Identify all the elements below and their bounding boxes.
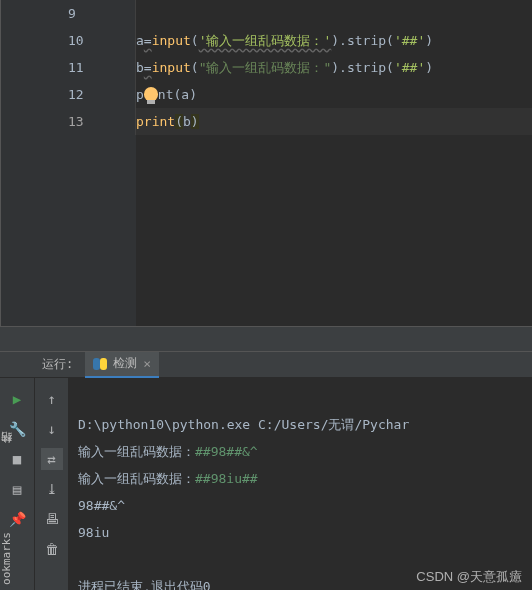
watermark: CSDN @天意孤癔 [416,568,522,586]
output-2: 98iu [78,525,109,540]
run-tab[interactable]: 检测 × [85,352,159,378]
console-cmd: D:\python10\python.exe C:/Users/无谓/Pycha… [78,417,409,432]
editor-content[interactable]: a=input('输入一组乱码数据：').strip('##') b=input… [136,0,532,326]
console-output[interactable]: D:\python10\python.exe C:/Users/无谓/Pycha… [68,378,532,590]
line-number: 13 [68,108,136,135]
input-1: ##98##&^ [195,444,258,459]
pin-icon[interactable]: 📌 [6,508,28,530]
run-label: 运行: [42,356,73,373]
prompt-2: 输入一组乱码数据： [78,471,195,486]
panel-divider[interactable] [0,326,532,352]
line-number: 11 [68,54,136,81]
close-tab-icon[interactable]: × [143,356,151,371]
run-toolbar: 运行: 检测 × [0,352,532,378]
prompt-1: 输入一组乱码数据： [78,444,195,459]
line-number: 9 [68,0,136,27]
settings-icon[interactable]: 🔧 [6,418,28,440]
left-stripe [0,0,40,326]
line-number: 10 [68,27,136,54]
code-editor[interactable]: 9 10 11 12 13 a=input('输入一组乱码数据：').strip… [0,0,532,326]
rerun-icon[interactable]: ▶ [6,388,28,410]
trash-icon[interactable]: 🗑 [41,538,63,560]
exit-msg: 进程已结束,退出代码0 [78,579,211,590]
side-tab-bookmarks[interactable]: ookmarks [0,530,13,587]
side-tab-structure[interactable]: 结构 [0,450,15,454]
layout-icon[interactable]: ▤ [6,478,28,500]
up-icon[interactable]: ↑ [41,388,63,410]
line-number: 12 [68,81,136,108]
line-gutter[interactable]: 9 10 11 12 13 [68,0,136,326]
input-2: ##98iu## [195,471,258,486]
print-icon[interactable]: 🖶 [41,508,63,530]
intention-bulb-icon[interactable] [144,87,158,101]
python-icon [93,357,107,371]
scroll-end-icon[interactable]: ⤓ [41,478,63,500]
run-tab-label: 检测 [113,355,137,372]
down-icon[interactable]: ↓ [41,418,63,440]
output-1: 98##&^ [78,498,125,513]
soft-wrap-icon[interactable]: ⇄ [41,448,63,470]
run-left-toolbar-2: ↑ ↓ ⇄ ⤓ 🖶 🗑 [34,378,68,590]
gap [40,0,68,326]
